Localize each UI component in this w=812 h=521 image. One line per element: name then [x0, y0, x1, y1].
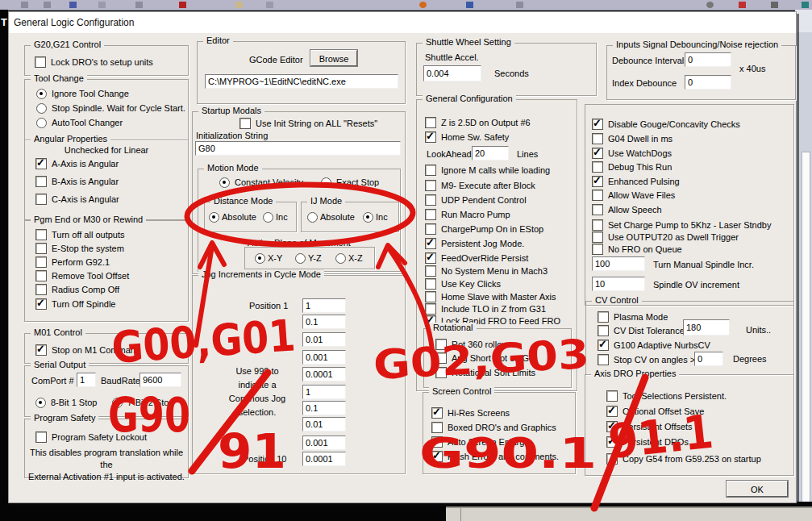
checkbox-use-watchdogs[interactable]: [592, 148, 603, 159]
jog-input-4[interactable]: [302, 350, 346, 365]
toolbar-icon[interactable]: [516, 2, 523, 8]
checkbox-home-slave[interactable]: [425, 291, 436, 302]
checkbox-boxed-dros[interactable]: [431, 422, 443, 433]
dialog-titlebar[interactable]: General Logic Configuration: [9, 12, 796, 33]
jog-input-10[interactable]: [302, 452, 346, 466]
radio-constant-velocity[interactable]: [219, 177, 230, 188]
checkbox-include-tlo[interactable]: [425, 303, 436, 315]
init-string-input[interactable]: [195, 141, 401, 156]
radio-distance-inc[interactable]: [263, 212, 273, 223]
checkbox-flash-errors[interactable]: [431, 451, 443, 462]
radio-exact-stop[interactable]: [321, 177, 331, 188]
toolbar-icon[interactable]: [135, 2, 143, 8]
checkbox-radius-comp-off[interactable]: [35, 284, 47, 295]
comport-input[interactable]: [77, 373, 96, 387]
checkbox-optional-offset-save[interactable]: [606, 406, 618, 417]
jog-input-7[interactable]: [302, 401, 346, 415]
index-debounce-input[interactable]: [685, 75, 731, 90]
checkbox-copy-g54[interactable]: [606, 453, 618, 465]
jog-input-9[interactable]: [302, 436, 346, 450]
checkbox-turn-off-outputs[interactable]: [35, 229, 47, 240]
toolbar-icon[interactable]: [235, 2, 243, 8]
toolbar-icon[interactable]: [771, 2, 778, 8]
checkbox-rot-360-rollover[interactable]: [435, 339, 447, 350]
radio-8bit-1stop[interactable]: [35, 398, 46, 408]
debounce-interval-input[interactable]: [685, 52, 731, 67]
ok-button[interactable]: OK: [727, 481, 788, 497]
checkbox-remove-tool-offset[interactable]: [35, 270, 47, 281]
checkbox-allow-speech[interactable]: [592, 204, 603, 215]
checkbox-stop-cv-angles[interactable]: [598, 354, 609, 365]
radio-plane-yz[interactable]: [295, 253, 306, 264]
checkbox-b-axis-angular[interactable]: [35, 176, 47, 187]
toolbar-icon[interactable]: [69, 2, 77, 8]
checkbox-allow-wave-files[interactable]: [592, 190, 603, 201]
radio-ignore-tool-change[interactable]: [36, 89, 47, 99]
radio-distance-absolute[interactable]: [209, 212, 219, 223]
checkbox-debug-this-run[interactable]: [592, 161, 603, 173]
radio-stop-spindle[interactable]: [36, 103, 47, 114]
checkbox-estop-system[interactable]: [35, 243, 47, 254]
checkbox-g100-nurbscv[interactable]: [598, 340, 609, 351]
checkbox-program-safety-lockout[interactable]: [35, 431, 47, 443]
checkbox-ang-short-rot[interactable]: [435, 352, 447, 364]
jog-input-3[interactable]: [302, 332, 346, 347]
radio-plane-xy[interactable]: [255, 253, 265, 264]
checkbox-home-sw-safety[interactable]: [425, 131, 436, 143]
checkbox-persistent-jog[interactable]: [425, 238, 436, 249]
checkbox-no-fro-queue[interactable]: [592, 244, 603, 255]
checkbox-feedoverride-persist[interactable]: [425, 252, 436, 264]
toolbar-icon[interactable]: [739, 2, 746, 8]
toolbar-icon[interactable]: [98, 2, 106, 8]
baudrate-input[interactable]: [139, 373, 181, 387]
checkbox-use-key-clicks[interactable]: [425, 278, 436, 290]
cv-dist-input[interactable]: [683, 319, 730, 336]
checkbox-run-macro-pump[interactable]: [425, 209, 436, 220]
checkbox-stop-on-m1[interactable]: [35, 344, 47, 356]
radio-7bit-2stop[interactable]: [112, 398, 123, 408]
checkbox-output20-dwell[interactable]: [592, 231, 603, 243]
jog-input-1[interactable]: [302, 298, 346, 313]
radio-ij-absolute[interactable]: [307, 212, 318, 223]
checkbox-perform-g921[interactable]: [35, 256, 47, 268]
toolbar-icon[interactable]: [21, 2, 28, 8]
lookahead-input[interactable]: [472, 146, 509, 160]
toolbar-icon[interactable]: [419, 2, 427, 8]
toolbar-icon[interactable]: [802, 2, 809, 8]
browse-button[interactable]: Browse: [310, 50, 357, 66]
checkbox-turn-off-spindle[interactable]: [35, 298, 47, 310]
checkbox-ignore-m-calls[interactable]: [425, 165, 436, 176]
radio-autotool-changer[interactable]: [36, 118, 47, 128]
checkbox-c-axis-angular[interactable]: [35, 194, 47, 205]
shuttle-accel-input[interactable]: [423, 65, 481, 81]
checkbox-tool-selections-persistent[interactable]: [606, 390, 618, 402]
checkbox-g04-dwell[interactable]: [592, 133, 603, 144]
toolbar-icon[interactable]: [706, 2, 714, 8]
background-scrollbar[interactable]: [802, 152, 810, 503]
checkbox-z-25d[interactable]: [425, 117, 436, 128]
checkbox-charge-pump-5khz[interactable]: [592, 219, 603, 231]
spindle-incr-input[interactable]: [592, 256, 645, 271]
jog-input-5[interactable]: [302, 367, 346, 381]
checkbox-auto-screen-enlarge[interactable]: [431, 436, 443, 448]
checkbox-udp-pendent[interactable]: [425, 194, 436, 206]
checkbox-m9-execute[interactable]: [425, 180, 436, 191]
toolbar-icon[interactable]: [466, 2, 473, 8]
toolbar-icon[interactable]: [266, 2, 273, 8]
checkbox-lock-dros[interactable]: [35, 56, 46, 68]
editor-path-input[interactable]: [205, 74, 398, 89]
checkbox-disable-gouge[interactable]: [592, 119, 603, 130]
checkbox-no-system-menu[interactable]: [425, 265, 436, 277]
checkbox-chargepump-estop[interactable]: [425, 223, 436, 235]
toolbar-icon[interactable]: [44, 2, 51, 8]
checkbox-plasma-mode[interactable]: [598, 311, 609, 323]
spindle-ov-input[interactable]: [592, 277, 645, 291]
checkbox-enhanced-pulsing[interactable]: [592, 176, 603, 187]
checkbox-cv-dist-tolerance[interactable]: [598, 325, 609, 336]
checkbox-hires-screens[interactable]: [431, 407, 443, 419]
checkbox-a-axis-angular[interactable]: [35, 158, 47, 169]
radio-plane-xz[interactable]: [335, 253, 346, 264]
checkbox-persistent-dros[interactable]: [606, 436, 618, 448]
jog-input-6[interactable]: [302, 385, 346, 399]
checkbox-persistent-offsets[interactable]: [606, 421, 618, 432]
